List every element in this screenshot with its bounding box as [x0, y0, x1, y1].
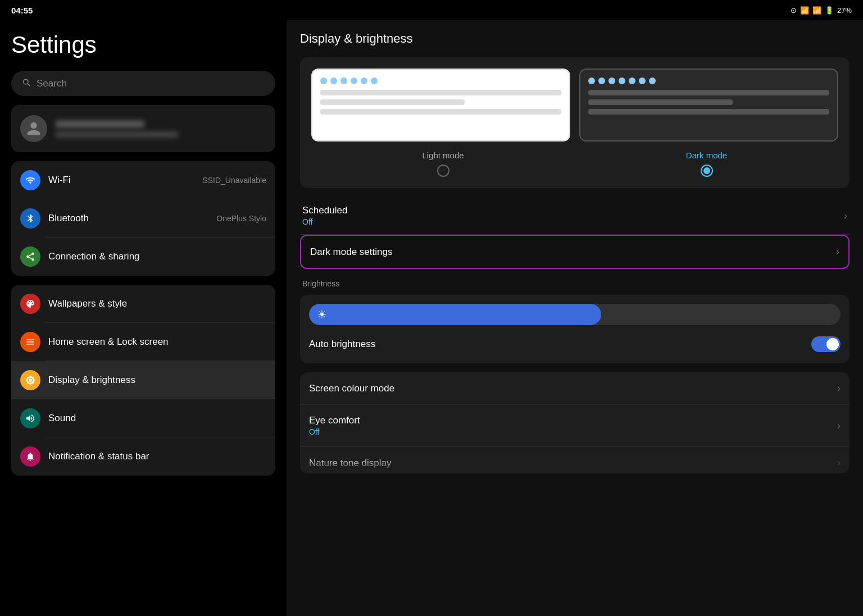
- notification-label: Notification & status bar: [48, 451, 266, 462]
- nature-tone-row[interactable]: Nature tone display ›: [300, 447, 850, 473]
- eye-comfort-row[interactable]: Eye comfort Off ›: [300, 405, 850, 447]
- notification-icon: [20, 446, 40, 467]
- auto-brightness-row: Auto brightness: [309, 334, 841, 354]
- scheduled-title: Scheduled: [302, 205, 844, 216]
- settings-item-wifi[interactable]: Wi-Fi SSID_Unavailable: [11, 161, 275, 199]
- theme-preview-dark: [579, 69, 838, 142]
- dot: [320, 77, 327, 84]
- right-panel: Display & brightness: [287, 20, 863, 616]
- dark-mode-chevron-icon: ›: [836, 246, 839, 258]
- wifi-icon: 📶: [812, 6, 821, 15]
- settings-item-display[interactable]: Display & brightness: [11, 361, 275, 399]
- dark-mode-settings-row[interactable]: Dark mode settings ›: [300, 235, 850, 269]
- dot: [371, 77, 378, 84]
- preview-dots-light: [320, 77, 561, 84]
- screen-colour-row[interactable]: Screen colour mode ›: [300, 372, 850, 405]
- theme-selector: Light mode Dark mode: [300, 57, 850, 188]
- status-icons: ⊙ 📶 📶 🔋 27%: [791, 6, 852, 15]
- line: [588, 99, 733, 105]
- brightness-fill: ☀: [309, 304, 601, 325]
- settings-item-sound[interactable]: Sound: [11, 399, 275, 437]
- eye-comfort-title: Eye comfort: [309, 415, 837, 426]
- profile-info: [55, 120, 266, 138]
- brightness-track[interactable]: ☀: [309, 304, 841, 325]
- dot: [608, 77, 615, 84]
- line: [320, 90, 561, 95]
- eye-comfort-subtitle: Off: [309, 427, 837, 436]
- line: [320, 109, 561, 115]
- chevron-right-icon: ›: [844, 210, 847, 222]
- network-group: Wi-Fi SSID_Unavailable Bluetooth OnePlus…: [11, 161, 275, 276]
- brightness-section-title: Brightness: [300, 279, 850, 288]
- settings-title: Settings: [11, 31, 275, 58]
- brightness-section: ☀ Auto brightness: [300, 295, 850, 363]
- page-title: Display & brightness: [300, 31, 850, 46]
- battery-icon: 🔋: [825, 6, 834, 15]
- status-time: 04:55: [11, 6, 33, 15]
- preview-lines-dark: [588, 90, 829, 115]
- scheduled-row[interactable]: Scheduled Off ›: [300, 197, 850, 235]
- search-icon: [21, 77, 31, 89]
- dot: [639, 77, 646, 84]
- dark-mode-label: Dark mode: [686, 150, 727, 160]
- bluetooth-label: Bluetooth: [48, 213, 208, 224]
- homescreen-icon: [20, 332, 40, 352]
- theme-option-light[interactable]: [311, 69, 570, 142]
- settings-group: Wallpapers & style Home screen & Lock sc…: [11, 285, 275, 476]
- wifi-value: SSID_Unavailable: [202, 176, 266, 185]
- bluetooth-icon: [20, 208, 40, 229]
- theme-label-wrap-light: Light mode: [311, 150, 575, 177]
- sound-label: Sound: [48, 413, 266, 424]
- left-panel: Settings Search Wi-Fi: [0, 20, 287, 616]
- scheduled-info: Scheduled Off: [302, 205, 844, 226]
- wallpapers-icon: [20, 294, 40, 314]
- avatar: [20, 115, 47, 142]
- display-label: Display & brightness: [48, 375, 266, 386]
- search-placeholder: Search: [37, 78, 67, 89]
- dot: [619, 77, 625, 84]
- battery-percent: 27%: [837, 6, 852, 15]
- connection-icon: [20, 247, 40, 267]
- line: [588, 90, 829, 95]
- settings-item-wallpapers[interactable]: Wallpapers & style: [11, 285, 275, 323]
- settings-item-notification[interactable]: Notification & status bar: [11, 437, 275, 476]
- theme-options: [311, 69, 838, 142]
- brightness-slider[interactable]: ☀: [309, 304, 841, 325]
- brightness-sun-icon: ☀: [317, 308, 327, 321]
- additional-settings: Screen colour mode › Eye comfort Off › N…: [300, 372, 850, 473]
- screen-colour-info: Screen colour mode: [309, 383, 837, 394]
- dot: [598, 77, 605, 84]
- bluetooth-icon: 📶: [800, 6, 809, 15]
- line: [588, 109, 829, 115]
- light-mode-radio[interactable]: [437, 165, 449, 177]
- preview-dots-dark: [588, 77, 829, 84]
- dot: [588, 77, 595, 84]
- dot: [351, 77, 357, 84]
- connection-label: Connection & sharing: [48, 251, 266, 262]
- dark-mode-settings-label: Dark mode settings: [310, 247, 836, 258]
- dark-mode-radio[interactable]: [701, 165, 713, 177]
- dot: [330, 77, 337, 84]
- profile-name: [55, 120, 145, 128]
- theme-option-dark[interactable]: [579, 69, 838, 142]
- sound-icon: [20, 408, 40, 428]
- dot: [649, 77, 656, 84]
- auto-brightness-toggle[interactable]: [811, 336, 841, 352]
- screen-colour-chevron-icon: ›: [837, 382, 841, 394]
- preview-lines-light: [320, 90, 561, 115]
- screen-colour-title: Screen colour mode: [309, 383, 837, 394]
- theme-label-row: Light mode Dark mode: [311, 150, 838, 177]
- display-icon: [20, 370, 40, 390]
- line: [320, 99, 465, 105]
- light-mode-label: Light mode: [422, 150, 464, 160]
- headphone-icon: ⊙: [791, 6, 797, 15]
- eye-comfort-chevron-icon: ›: [837, 420, 841, 432]
- settings-item-bluetooth[interactable]: Bluetooth OnePlus Stylo: [11, 199, 275, 238]
- dot: [629, 77, 635, 84]
- profile-email: [55, 131, 179, 138]
- settings-item-connection[interactable]: Connection & sharing: [11, 238, 275, 276]
- search-bar[interactable]: Search: [11, 71, 275, 96]
- wallpapers-label: Wallpapers & style: [48, 298, 266, 309]
- settings-item-homescreen[interactable]: Home screen & Lock screen: [11, 323, 275, 361]
- profile-card[interactable]: [11, 105, 275, 152]
